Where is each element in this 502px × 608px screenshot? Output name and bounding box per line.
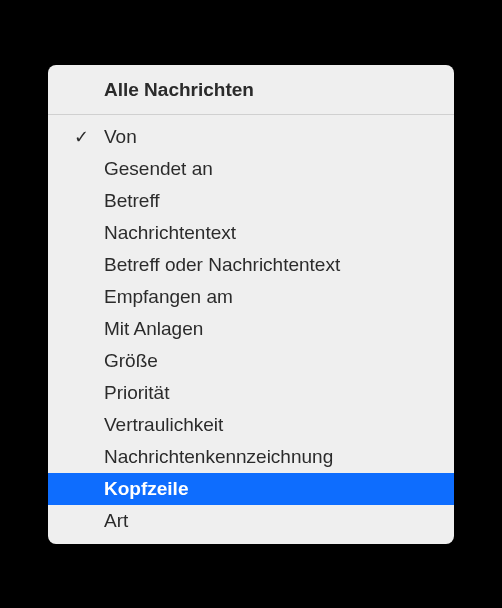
menu-header[interactable]: Alle Nachrichten (48, 65, 454, 114)
menu-item-betreff-oder-nachrichtentext[interactable]: Betreff oder Nachrichtentext (48, 249, 454, 281)
dropdown-menu: Alle Nachrichten ✓ Von Gesendet an Betre… (48, 65, 454, 544)
menu-item-art[interactable]: Art (48, 505, 454, 537)
menu-items: ✓ Von Gesendet an Betreff Nachrichtentex… (48, 115, 454, 537)
menu-item-label: Art (104, 510, 128, 532)
menu-item-label: Kopfzeile (104, 478, 188, 500)
menu-item-label: Größe (104, 350, 158, 372)
checkmark-icon: ✓ (74, 128, 104, 146)
menu-item-label: Gesendet an (104, 158, 213, 180)
menu-item-label: Betreff oder Nachrichtentext (104, 254, 340, 276)
menu-item-gesendet-an[interactable]: Gesendet an (48, 153, 454, 185)
menu-item-label: Priorität (104, 382, 169, 404)
menu-item-nachrichtentext[interactable]: Nachrichtentext (48, 217, 454, 249)
menu-header-label: Alle Nachrichten (104, 79, 254, 100)
menu-item-groesse[interactable]: Größe (48, 345, 454, 377)
menu-item-label: Von (104, 126, 137, 148)
menu-item-von[interactable]: ✓ Von (48, 121, 454, 153)
menu-item-prioritaet[interactable]: Priorität (48, 377, 454, 409)
menu-item-label: Betreff (104, 190, 160, 212)
menu-item-vertraulichkeit[interactable]: Vertraulichkeit (48, 409, 454, 441)
menu-item-kopfzeile[interactable]: Kopfzeile (48, 473, 454, 505)
menu-item-label: Nachrichtenkennzeichnung (104, 446, 333, 468)
menu-item-label: Empfangen am (104, 286, 233, 308)
menu-item-nachrichtenkennzeichnung[interactable]: Nachrichtenkennzeichnung (48, 441, 454, 473)
menu-item-mit-anlagen[interactable]: Mit Anlagen (48, 313, 454, 345)
menu-item-betreff[interactable]: Betreff (48, 185, 454, 217)
menu-item-label: Mit Anlagen (104, 318, 203, 340)
menu-item-label: Nachrichtentext (104, 222, 236, 244)
menu-item-label: Vertraulichkeit (104, 414, 223, 436)
menu-item-empfangen-am[interactable]: Empfangen am (48, 281, 454, 313)
